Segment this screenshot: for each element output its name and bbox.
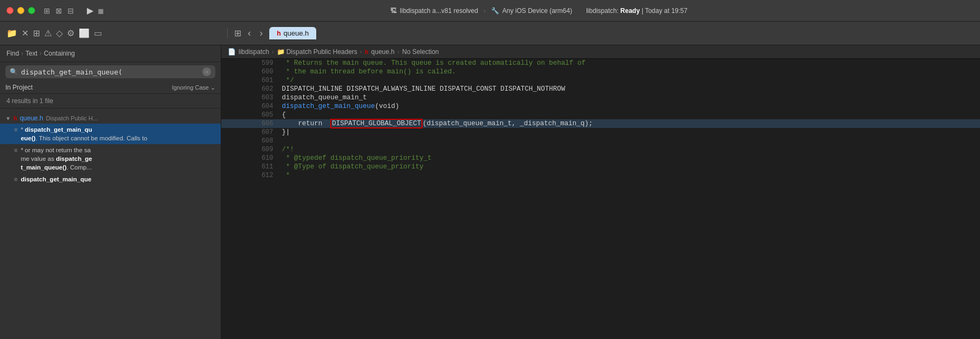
dispatch-public-headers-label[interactable]: Dispatch Public Headers	[287, 48, 357, 56]
result-bold2: dispatch_get_main_queue()	[21, 155, 92, 171]
line-content: /*!	[282, 145, 980, 154]
line-content: dispatch_queue_main_t	[282, 93, 980, 102]
result-item3[interactable]: ≡ dispatch_get_main_que	[0, 173, 221, 185]
line-number: 607	[221, 128, 282, 137]
breadcrumb-find[interactable]: Find	[6, 50, 19, 57]
file-header[interactable]: ▼ h queue.h Dispatch Public H...	[0, 113, 221, 124]
line-number: 610	[221, 154, 282, 162]
line-number: 608	[221, 137, 282, 145]
forward-button[interactable]: ›	[257, 26, 265, 40]
sep-icon: ›	[21, 50, 23, 57]
code-line-611: 611 * @Type of dispatch_queue_priority	[221, 162, 980, 171]
breadcrumb-text[interactable]: Text	[25, 50, 37, 57]
path-folder: 📁 Dispatch Public Headers	[277, 48, 357, 56]
source-control-icon[interactable]: ⊟	[67, 6, 74, 15]
line-content: return DISPATCH_GLOBAL_OBJECT(dispatch_q…	[282, 119, 980, 128]
code-editor[interactable]: 599 * Returns the main queue. This queue…	[221, 59, 980, 339]
line-number: 609	[221, 145, 282, 154]
header-file-icon: h	[277, 30, 281, 37]
line-number: 606	[221, 119, 282, 128]
doc-icon3: ≡	[14, 175, 17, 184]
scope-bar: In Project Ignoring Case ⌄	[0, 82, 221, 94]
grid-view-icon[interactable]: ⊞	[234, 28, 241, 38]
x-icon[interactable]: ✕	[22, 28, 29, 38]
breadcrumb-containing[interactable]: Containing	[44, 50, 74, 57]
chevron-down-icon: ⌄	[210, 84, 215, 91]
file-group: ▼ h queue.h Dispatch Public H... ≡ * dis…	[0, 111, 221, 188]
code-line-600: 600 * the main thread before main() is c…	[221, 67, 980, 76]
line-number: 600	[221, 67, 282, 76]
lib-icon: 📄	[228, 48, 236, 56]
code-line-604: 604 dispatch_get_main_queue(void)	[221, 102, 980, 111]
sep1: ›	[484, 7, 486, 15]
fullscreen-button[interactable]	[28, 7, 35, 14]
toolbar-right: ⊞ ‹ › h queue.h	[228, 26, 316, 40]
line-number: 601	[221, 76, 282, 85]
line-content: * Returns the main queue. This queue is …	[282, 59, 980, 67]
code-line-606: 606 return DISPATCH_GLOBAL_OBJECT(dispat…	[221, 119, 980, 128]
scope-label[interactable]: In Project	[5, 84, 33, 91]
case-option-label: Ignoring Case	[172, 84, 209, 91]
line-content: dispatch_get_main_queue(void)	[282, 102, 980, 111]
stop-button[interactable]: ◼	[98, 6, 104, 15]
line-number: 603	[221, 93, 282, 102]
path-sep3: ›	[397, 48, 399, 56]
titlebar-left-icons: ⊞ ⊠ ⊟	[44, 6, 74, 15]
device-name[interactable]: Any iOS Device (arm64)	[502, 7, 572, 15]
highlight-box: DISPATCH_GLOBAL_OBJECT	[330, 119, 423, 128]
line-content: * the main thread before main() is calle…	[282, 67, 980, 76]
code-line-610: 610 * @typedef dispatch_queue_priority_t	[221, 154, 980, 162]
bracket-icon[interactable]: ⬜	[79, 28, 90, 38]
result-item[interactable]: ≡ * or may not return the same value as …	[0, 144, 221, 173]
line-number: 605	[221, 111, 282, 119]
scheme-icon: 🏗	[390, 7, 397, 15]
line-number: 612	[221, 171, 282, 180]
file-name-path[interactable]: queue.h	[371, 48, 394, 56]
result-item[interactable]: ≡ * dispatch_get_main_queue(). This obje…	[0, 124, 221, 144]
line-number: 602	[221, 85, 282, 93]
results-count: 4 results in 1 file	[0, 94, 221, 109]
main-area: Find › Text › Containing 🔍 ✕ In Project …	[0, 45, 980, 339]
code-area: 📄 libdispatch › 📁 Dispatch Public Header…	[221, 45, 980, 339]
navigator-icon[interactable]: ⊞	[44, 6, 50, 15]
breadcrumb: Find › Text › Containing	[0, 45, 221, 62]
path-sep1: ›	[272, 48, 274, 56]
device-icon: 🔧	[491, 7, 499, 15]
code-line-602: 602 DISPATCH_INLINE DISPATCH_ALWAYS_INLI…	[221, 85, 980, 93]
titlebar-center: 🏗 libdispatch a...v81 resolved › 🔧 Any i…	[104, 7, 974, 15]
line-content: * @Type of dispatch_queue_priority	[282, 162, 980, 171]
search-icon: 🔍	[10, 68, 18, 76]
search-clear-button[interactable]: ✕	[202, 67, 211, 76]
project-label: libdispatch	[586, 7, 617, 15]
folder-icon[interactable]: 📁	[6, 28, 17, 38]
case-option[interactable]: Ignoring Case ⌄	[172, 84, 216, 91]
code-line-612: 612 *	[221, 171, 980, 180]
expand-icon: ▼	[5, 116, 11, 121]
queue-h-tab[interactable]: h queue.h	[269, 27, 316, 39]
rect-icon[interactable]: ▭	[94, 28, 102, 38]
path-sep2: ›	[360, 48, 362, 56]
scheme-name[interactable]: libdispatch a...v81 resolved	[400, 7, 478, 15]
libdispatch-label[interactable]: libdispatch	[239, 48, 269, 56]
close-button[interactable]	[6, 7, 13, 14]
debug-icon[interactable]: ⊠	[56, 6, 62, 15]
back-button[interactable]: ‹	[246, 26, 253, 40]
grid-icon[interactable]: ⊞	[33, 28, 40, 38]
result-bold: dispatch_get_main_queue()	[21, 126, 92, 141]
code-line-607: 607 }|	[221, 128, 980, 137]
line-content: *	[282, 171, 980, 180]
diamond-icon[interactable]: ◇	[56, 28, 63, 38]
code-line-601: 601 */	[221, 76, 980, 85]
search-input[interactable]	[21, 68, 199, 76]
play-button[interactable]: ▶	[87, 5, 93, 16]
minimize-button[interactable]	[17, 7, 24, 14]
warning-icon[interactable]: ⚠	[44, 28, 52, 38]
build-status: libdispatch: Ready | Today at 19:57	[586, 7, 688, 15]
line-content: {	[282, 111, 980, 119]
code-line-599: 599 * Returns the main queue. This queue…	[221, 59, 980, 67]
folder-yellow-icon: 📁	[277, 48, 285, 56]
toolbar: 📁 ✕ ⊞ ⚠ ◇ ⚙ ⬜ ▭ ⊞ ‹ › h queue.h	[0, 22, 980, 45]
gear-icon[interactable]: ⚙	[67, 28, 74, 38]
results-list[interactable]: ▼ h queue.h Dispatch Public H... ≡ * dis…	[0, 109, 221, 339]
doc-icon2: ≡	[14, 146, 17, 154]
